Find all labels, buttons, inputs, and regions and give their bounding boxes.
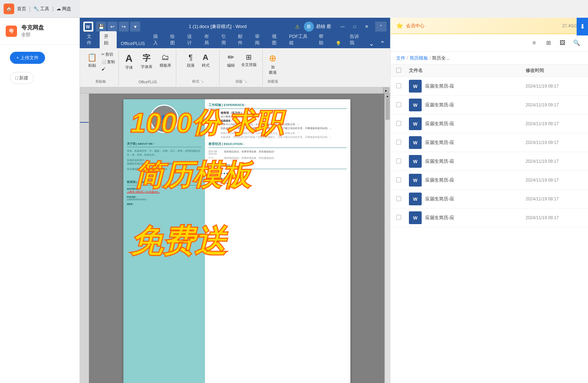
word-window: W 💾 ↩ ↪ ▾ 1 (1).docx [兼容模式] - Word ⚠ 蔡 易…	[80, 18, 390, 383]
about-section-header: 关于我 | ABOUT ME←	[127, 142, 201, 147]
scroll-up-btn[interactable]: ▲	[385, 94, 390, 99]
word-app-icon: W	[83, 22, 93, 32]
header-filename: 文件名	[409, 67, 526, 74]
member-center-label[interactable]: 会员中心	[406, 23, 425, 29]
tab-draw[interactable]: 绘图	[166, 31, 183, 48]
nav-home[interactable]: 首页	[17, 6, 26, 12]
skill-header: 个人能力 | SKILL←	[209, 163, 347, 169]
file-check-3[interactable]	[396, 140, 409, 146]
minimize-button[interactable]: —	[337, 22, 348, 32]
file-check-5[interactable]	[396, 177, 409, 183]
file-name-2: 应届生简历-应	[425, 121, 526, 127]
ribbon-tabs: 文件 开始 OfficePLUS 插入 绘图 设计 布局 引用 邮件 审阅 视图…	[80, 35, 390, 48]
file-item[interactable]: W 应届生简历-应 2024/11/19 09:17	[390, 152, 588, 171]
tab-reference[interactable]: 引用	[217, 31, 234, 48]
redo-titlebar-button[interactable]: ↪	[119, 22, 129, 32]
preview-button[interactable]: 🖼	[557, 37, 568, 49]
tab-design[interactable]: 设计	[183, 31, 200, 48]
maximize-button[interactable]: □	[349, 22, 360, 32]
ribbon-expand-button[interactable]: ⌄	[367, 39, 376, 48]
expand-button[interactable]: ⬇	[577, 18, 588, 35]
ribbon-group-officeplus: A 字体 字 字体库 🗂 模板库 OfficePLUS	[120, 50, 176, 85]
format-painter-button[interactable]: 🖌	[100, 66, 116, 72]
file-list: W 应届生简历-应 2024/11/19 09:17 W 应届生简历-应 202…	[390, 77, 588, 383]
file-check-6[interactable]	[396, 196, 409, 202]
new-button[interactable]: □ 新建	[10, 72, 34, 84]
paste-button[interactable]: 📋 粘贴	[85, 51, 99, 72]
edit-group-label: 排版 ↘	[235, 79, 247, 84]
search-button[interactable]: 🔍	[571, 37, 582, 49]
tab-lightbulb[interactable]: 💡	[331, 39, 345, 48]
nav-separator: |	[29, 6, 30, 12]
document-page: 👤 关于我 | ABOUT ME← 具有…具体填写作，不…遵循…..对新…对工……	[123, 99, 350, 383]
breadcrumb-sep2: /	[429, 55, 431, 61]
right-scrollbar[interactable]: ▲ ▼	[384, 94, 390, 383]
file-item[interactable]: W 应届生简历-应 2024/11/19 09:17	[390, 171, 588, 190]
file-date-1: 2024/11/19 09:17	[526, 102, 582, 107]
home-icon[interactable]: 🏠	[4, 4, 14, 14]
file-word-icon-1: W	[409, 99, 422, 111]
sidebar-header: 夸 夸克网盘 全部	[0, 18, 79, 45]
save-titlebar-button[interactable]: 💾	[96, 22, 106, 32]
tab-file[interactable]: 文件	[83, 31, 100, 48]
list-view-button[interactable]: ≡	[528, 37, 540, 49]
paragraph-button[interactable]: ¶ 段落	[184, 51, 198, 70]
file-check-4[interactable]	[396, 159, 409, 165]
tab-mail[interactable]: 邮件	[234, 31, 251, 48]
ribbon-collapse-button[interactable]: ⌃	[375, 22, 387, 32]
tab-pdf[interactable]: PDF工具箱	[285, 31, 315, 48]
file-check-2[interactable]	[396, 121, 409, 127]
file-check-0[interactable]	[396, 83, 409, 89]
styles-button[interactable]: A 样式	[199, 51, 213, 70]
file-item[interactable]: W 应届生简历-应 2024/11/19 09:17	[390, 190, 588, 209]
edit-button[interactable]: ✏ 编辑	[224, 51, 238, 70]
ribbon-expand2-button[interactable]: ⌃	[378, 39, 387, 48]
file-date-4: 2024/11/19 09:17	[526, 159, 582, 164]
grid-view-button[interactable]: ⊞	[543, 37, 554, 49]
page-container: 👤 关于我 | ABOUT ME← 具有…具体填写作，不…遵循…..对新…对工……	[89, 94, 384, 383]
cut-button[interactable]: ✂剪切	[100, 51, 116, 58]
file-item[interactable]: W 应届生简历-应 2024/11/19 09:17	[390, 77, 588, 96]
edu-content: 医药商品知识、药事管理实务、药剂基础知识←	[224, 150, 347, 155]
tab-officeplus[interactable]: OfficePLUS	[117, 39, 149, 48]
ribbon-toolbar: 📋 粘贴 ✂剪切 ⬜复制 🖌 剪贴板	[80, 48, 390, 87]
tab-layout[interactable]: 布局	[200, 31, 217, 48]
upload-button[interactable]: + 上传文件	[10, 52, 45, 64]
breadcrumb-resume[interactable]: 简历模板	[410, 55, 428, 61]
template-library-button[interactable]: 🗂 模板库	[157, 51, 174, 72]
file-check-7[interactable]	[396, 215, 409, 221]
breadcrumb-files[interactable]: 文件	[396, 55, 405, 61]
tab-view[interactable]: 视图	[268, 31, 285, 48]
nav-cloud[interactable]: ☁ 网盘	[56, 6, 71, 12]
tab-home[interactable]: 开始	[100, 31, 117, 48]
template-library-icon: 🗂	[161, 53, 169, 62]
file-date-2: 2024/11/19 09:17	[526, 121, 582, 126]
scroll-up-button[interactable]: ▲	[383, 88, 389, 93]
tab-help[interactable]: 帮助	[315, 31, 332, 48]
file-item[interactable]: W 应届生简历-应 2024/11/19 09:17	[390, 209, 588, 227]
customize-toolbar-button[interactable]: ▾	[130, 22, 140, 32]
header-check[interactable]	[396, 68, 409, 74]
file-item[interactable]: W 应届生简历-应 2024/11/19 09:17	[390, 96, 588, 115]
close-button[interactable]: ✕	[361, 22, 372, 32]
font-library-button[interactable]: 字 字体库	[138, 51, 155, 72]
file-check-1[interactable]	[396, 102, 409, 108]
addins-button[interactable]: ⊕ 加 载项	[266, 51, 280, 77]
horizontal-scrollbar[interactable]: ▲	[80, 87, 390, 94]
undo-titlebar-button[interactable]: ↩	[107, 22, 117, 32]
tab-review[interactable]: 审阅	[251, 31, 268, 48]
copy-button[interactable]: ⬜复制	[100, 59, 116, 65]
tab-tellme[interactable]: 告诉我	[345, 31, 367, 48]
file-item[interactable]: W 应届生简历-应 2024/11/19 09:17	[390, 133, 588, 152]
tab-insert[interactable]: 插入	[149, 31, 166, 48]
exp-dept: 销售部（实习生）←	[221, 111, 347, 115]
addins-label: 加载项	[267, 79, 278, 84]
web-label: WEB←	[127, 203, 201, 205]
phone-label: PHONE←	[127, 196, 201, 198]
font-button[interactable]: A 字体	[122, 51, 136, 72]
layout-button[interactable]: ⊞ 全文排版	[239, 51, 259, 70]
file-item[interactable]: W 应届生简历-应 2024/11/19 09:17	[390, 115, 588, 133]
nav-tool[interactable]: 🔧 工具	[33, 6, 49, 12]
styles-icon: A	[203, 53, 209, 62]
file-word-icon-7: W	[409, 211, 422, 224]
